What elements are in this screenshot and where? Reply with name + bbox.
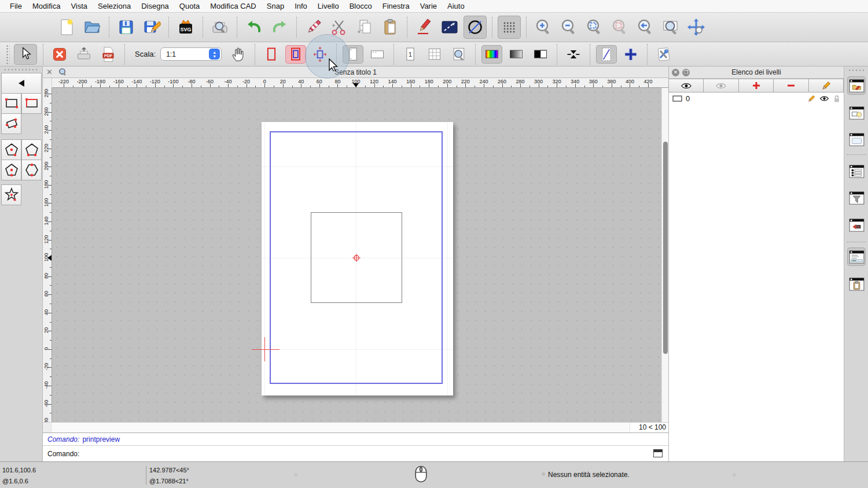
settings-tools-button[interactable] (653, 45, 674, 64)
menu-item-modifica[interactable]: Modifica (27, 0, 65, 13)
menu-item-info[interactable]: Info (289, 0, 312, 13)
zoom-out-button[interactable] (557, 16, 580, 39)
rectangle-2corners-tool[interactable] (1, 93, 21, 114)
fit-paper-button[interactable] (563, 45, 584, 64)
separator (407, 17, 407, 38)
palette-back-button[interactable] (1, 73, 42, 94)
rectangle-rotated-tool[interactable] (1, 113, 21, 134)
close-print-preview-button[interactable] (49, 45, 70, 64)
v-ruler-label: 280 (43, 88, 49, 102)
zoom-in-button[interactable] (532, 16, 555, 39)
polygon-2vertices-tool[interactable] (21, 139, 42, 160)
zoom-previous-button[interactable] (608, 16, 631, 39)
zoom-pan-button[interactable] (685, 16, 708, 39)
copy-button[interactable] (353, 16, 376, 39)
layer-list-panel: ✕ ❐ Elenco dei livelli (668, 66, 844, 461)
menu-item-file[interactable]: File (5, 0, 27, 13)
open-file-button[interactable] (80, 16, 104, 39)
save-button[interactable] (115, 16, 138, 39)
menu-item-vista[interactable]: Vista (65, 0, 93, 13)
stepper-icon[interactable]: ▲▼ (209, 49, 220, 60)
zoom-window-button[interactable] (659, 16, 682, 39)
status-abs-polar: 142.9787<45° (149, 467, 189, 474)
drawing-canvas[interactable] (52, 88, 661, 422)
menu-item-snap[interactable]: Snap (262, 0, 289, 13)
hexagon-2sides-tool[interactable] (21, 160, 42, 180)
crosshair-button[interactable] (620, 45, 641, 64)
polygon-center-side-tool[interactable] (1, 160, 21, 180)
menu-item-finestra[interactable]: Finestra (377, 0, 415, 13)
paste-button[interactable] (378, 16, 402, 39)
library-dock-button[interactable] (847, 130, 866, 149)
vertical-scrollbar[interactable] (661, 88, 668, 422)
drawing-window: ✕ Senza titolo 1 -220-200-180-160-140-12… (43, 66, 668, 461)
single-page-button[interactable]: 1 (400, 45, 421, 64)
menu-item-aiuto[interactable]: Aiuto (442, 0, 470, 13)
menu-item-blocco[interactable]: Blocco (344, 0, 377, 13)
multiple-pages-button[interactable] (424, 45, 445, 64)
strip-drag-handle[interactable] (848, 69, 865, 72)
clipboard-dock-button[interactable] (847, 275, 866, 293)
menu-item-modifica-cad[interactable]: Modifica CAD (205, 0, 261, 13)
menu-item-seleziona[interactable]: Seleziona (93, 0, 136, 13)
block-list-dock-button[interactable] (847, 103, 866, 122)
remove-layer-button[interactable] (773, 79, 808, 93)
color-mode-button[interactable] (481, 45, 502, 64)
explorer-dock-button[interactable] (847, 216, 866, 234)
scale-select[interactable]: 1:1 ▲▼ (160, 47, 222, 61)
menu-item-quota[interactable]: Quota (174, 0, 205, 13)
redo-button[interactable] (268, 16, 291, 39)
save-as-button[interactable] (140, 16, 163, 39)
menu-bar: FileModificaVistaSelezionaDisegnaQuotaMo… (0, 0, 868, 13)
landscape-orientation-button[interactable] (367, 45, 388, 64)
new-file-button[interactable] (55, 16, 78, 39)
entity-list-dock-button[interactable] (847, 162, 866, 180)
grayscale-mode-button[interactable] (506, 45, 527, 64)
layer-row[interactable]: 0 (669, 93, 844, 105)
grip-dot (733, 473, 736, 476)
grid-toggle-button[interactable] (498, 16, 521, 39)
show-all-layers-button[interactable] (668, 79, 704, 93)
rectangle-corner-size-tool[interactable] (21, 93, 42, 114)
blackwhite-mode-button[interactable] (530, 45, 551, 64)
zoom-to-page-button[interactable] (448, 45, 469, 64)
print-preview-button[interactable] (208, 16, 231, 39)
menu-item-varie[interactable]: Varie (415, 0, 442, 13)
command-window-toggle-icon[interactable] (653, 449, 663, 460)
paper-border-button[interactable] (261, 45, 282, 64)
layer-list-dock-icon (849, 79, 865, 93)
layer-visible-eye-icon[interactable] (819, 95, 829, 102)
pen-button[interactable] (413, 16, 436, 39)
hide-all-layers-button[interactable] (703, 79, 738, 93)
explorer-dock-icon (849, 219, 865, 232)
pan-hand-button[interactable] (228, 45, 249, 64)
palette-drag-handle[interactable] (3, 68, 39, 71)
toggle-margins-button[interactable] (596, 45, 617, 64)
close-icon (52, 46, 68, 62)
view-back-button[interactable] (634, 16, 657, 39)
layer-list-dock-button[interactable] (847, 76, 866, 95)
command-dock-button[interactable] (847, 247, 866, 266)
menu-item-livello[interactable]: Livello (312, 0, 344, 13)
zoom-auto-button[interactable] (583, 16, 606, 39)
command-input-line[interactable]: Comando: (43, 445, 668, 461)
layer-edit-pencil-icon[interactable] (807, 95, 815, 103)
export-pdf-button[interactable]: PDF (98, 45, 119, 64)
vertical-scrollbar-thumb[interactable] (663, 142, 668, 354)
star-tool[interactable] (1, 184, 21, 205)
horizontal-scrollbar[interactable] (52, 423, 630, 432)
export-svg-button[interactable]: SVG (174, 16, 197, 39)
select-pointer-button[interactable] (14, 44, 37, 65)
layer-lock-icon[interactable] (833, 95, 840, 103)
circle-tool-button[interactable] (464, 16, 487, 39)
print-button[interactable] (73, 45, 94, 64)
toolbar-drag-handle[interactable] (6, 45, 10, 64)
filter-dock-button[interactable] (847, 188, 866, 207)
edit-layer-button[interactable] (808, 79, 844, 93)
undo-button[interactable] (242, 16, 266, 39)
menu-item-disegna[interactable]: Disegna (136, 0, 174, 13)
add-layer-button[interactable] (738, 79, 774, 93)
polygon-center-vertex-tool[interactable] (1, 139, 21, 160)
line-attributes-button[interactable] (438, 16, 461, 39)
center-to-page-button[interactable] (285, 45, 306, 64)
